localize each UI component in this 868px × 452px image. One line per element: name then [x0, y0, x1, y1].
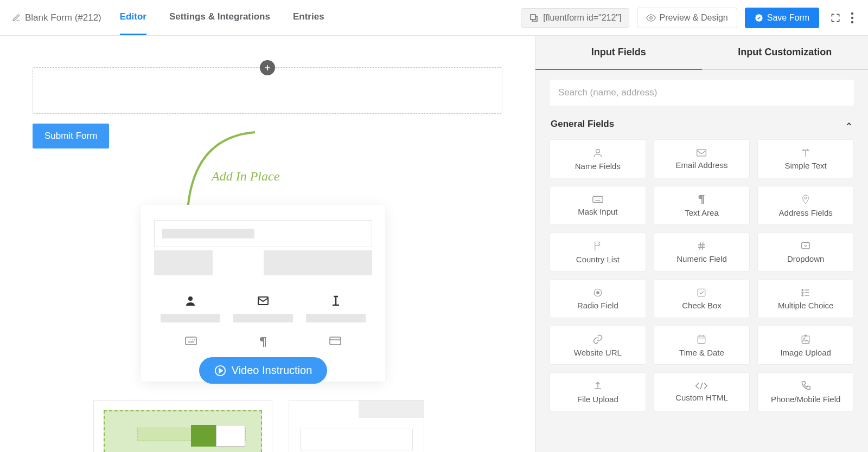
tab-input-fields[interactable]: Input Fields [535, 36, 702, 70]
field-phone-mobile-field[interactable]: Phone/Mobile Field [757, 372, 854, 411]
tab-editor[interactable]: Editor [120, 0, 146, 35]
main-tabs: Editor Settings & Integrations Entries [120, 0, 324, 35]
field-label: Image Upload [780, 348, 831, 357]
check-circle-icon [755, 14, 763, 22]
phone-icon [800, 380, 811, 391]
field-address-fields[interactable]: Address Fields [757, 186, 854, 225]
play-circle-icon [214, 365, 226, 377]
field-grid: Name FieldsEmail AddressSimple TextMask … [535, 139, 868, 422]
svg-point-16 [805, 197, 807, 199]
field-label: Time & Date [679, 348, 724, 357]
field-numeric-field[interactable]: Numeric Field [654, 233, 750, 272]
edit-icon [12, 14, 21, 22]
field-label: Radio Field [577, 301, 618, 310]
copy-icon [529, 13, 539, 23]
plus-icon [264, 64, 271, 72]
chevron-up-icon [845, 120, 853, 128]
video-instruction-label: Video Instruction [232, 364, 312, 377]
list-icon [800, 288, 811, 298]
field-label: Numeric Field [676, 254, 727, 263]
field-label: Simple Text [785, 161, 827, 170]
eye-icon [646, 13, 656, 23]
mock-input [154, 220, 372, 247]
hash-icon [697, 241, 706, 251]
field-label: Name Fields [575, 162, 621, 171]
field-text-area[interactable]: Text Area [654, 186, 750, 225]
svg-point-23 [802, 294, 803, 295]
field-dropdown[interactable]: Dropdown [757, 233, 854, 272]
field-radio-field[interactable]: Radio Field [550, 279, 646, 318]
field-custom-html[interactable]: Custom HTML [654, 372, 750, 411]
field-country-list[interactable]: Country List [550, 233, 646, 272]
section-general-fields[interactable]: General Fields [535, 115, 868, 139]
envelope-icon [257, 294, 270, 307]
pin-icon [801, 194, 810, 205]
preview-button[interactable]: Preview & Design [637, 8, 737, 28]
svg-rect-24 [698, 336, 706, 344]
field-label: File Upload [577, 395, 618, 404]
more-menu[interactable] [848, 10, 856, 26]
preview-label: Preview & Design [659, 13, 727, 23]
field-name-fields[interactable]: Name Fields [550, 139, 646, 178]
field-time-date[interactable]: Time & Date [654, 326, 750, 365]
field-mask-input[interactable]: Mask Input [550, 186, 646, 225]
check-icon [697, 288, 706, 298]
text-cursor-icon [329, 294, 342, 307]
image-icon [801, 334, 810, 345]
sidebar-tabs: Input Fields Input Customization [535, 36, 868, 70]
field-label: Email Address [676, 160, 728, 170]
field-email-address[interactable]: Email Address [654, 139, 750, 178]
svg-point-7 [188, 296, 193, 301]
add-field-button[interactable] [260, 60, 275, 75]
dots-icon [851, 12, 854, 24]
svg-rect-9 [186, 337, 196, 345]
svg-point-22 [802, 292, 803, 293]
svg-rect-14 [697, 150, 706, 156]
video-instruction-button[interactable]: Video Instruction [199, 357, 328, 384]
field-website-url[interactable]: Website URL [550, 326, 646, 365]
keyboard-icon [592, 195, 604, 204]
save-button[interactable]: Save Form [745, 8, 819, 28]
submit-button[interactable]: Submit Form [33, 124, 109, 148]
field-label: Mask Input [578, 207, 617, 216]
shortcode-text: [fluentform id="212"] [543, 13, 621, 23]
svg-marker-12 [219, 369, 222, 372]
tab-entries[interactable]: Entries [293, 0, 324, 35]
paragraph-icon [697, 194, 706, 205]
topbar: Blank Form (#212) Editor Settings & Inte… [0, 0, 868, 36]
person-icon [184, 294, 197, 307]
form-title-text: Blank Form (#212) [25, 12, 101, 23]
svg-point-1 [650, 16, 653, 19]
field-label: Website URL [574, 348, 622, 357]
field-label: Multiple Choice [778, 301, 834, 310]
mock-panel: Video Instruction [141, 205, 385, 382]
field-label: Country List [576, 255, 620, 264]
field-simple-text[interactable]: Simple Text [757, 139, 854, 178]
save-label: Save Form [767, 13, 809, 23]
field-label: Check Box [682, 301, 722, 310]
svg-point-26 [804, 338, 805, 339]
svg-rect-17 [802, 242, 810, 248]
dropzone[interactable] [33, 67, 502, 114]
fullscreen-icon[interactable] [830, 12, 841, 23]
field-check-box[interactable]: Check Box [654, 279, 750, 318]
sidebar: Input Fields Input Customization General… [535, 36, 868, 452]
card-icon [329, 335, 342, 346]
field-label: Text Area [685, 208, 719, 217]
tab-input-customization[interactable]: Input Customization [702, 36, 869, 70]
svg-rect-15 [593, 196, 603, 202]
svg-point-4 [851, 16, 853, 18]
svg-point-13 [596, 149, 599, 153]
flag-icon [593, 241, 603, 251]
tab-settings[interactable]: Settings & Integrations [169, 0, 270, 35]
keyboard-icon [184, 335, 197, 346]
search-input[interactable] [550, 80, 854, 106]
shortcode-copy[interactable]: [fluentform id="212"] [521, 8, 629, 28]
dropdown-icon [800, 241, 811, 251]
paragraph-icon [258, 335, 269, 348]
form-title[interactable]: Blank Form (#212) [12, 12, 101, 23]
field-image-upload[interactable]: Image Upload [757, 326, 854, 365]
field-multiple-choice[interactable]: Multiple Choice [757, 279, 854, 318]
calendar-icon [697, 334, 706, 345]
field-file-upload[interactable]: File Upload [550, 372, 646, 411]
